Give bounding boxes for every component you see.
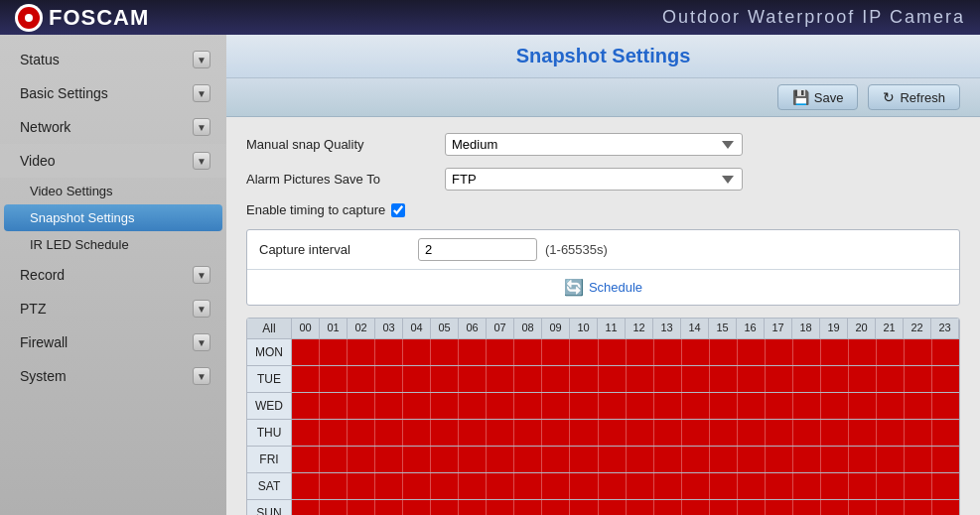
table-row[interactable] [849, 473, 877, 499]
table-row[interactable] [627, 420, 654, 446]
table-row[interactable] [877, 393, 905, 419]
table-row[interactable] [877, 420, 905, 446]
sidebar-item-firewall[interactable]: Firewall ▼ [0, 325, 226, 359]
sidebar-item-ptz[interactable]: PTZ ▼ [0, 292, 226, 325]
table-row[interactable] [403, 500, 431, 515]
table-row[interactable] [905, 393, 932, 419]
table-row[interactable] [348, 366, 375, 392]
table-row[interactable] [514, 420, 542, 446]
table-row[interactable] [932, 473, 959, 499]
table-row[interactable] [682, 420, 710, 446]
table-row[interactable] [821, 500, 849, 515]
table-row[interactable] [403, 393, 431, 419]
table-row[interactable] [627, 473, 654, 499]
table-row[interactable] [654, 339, 682, 365]
table-row[interactable] [793, 447, 821, 472]
timing-checkbox[interactable] [391, 203, 405, 217]
table-row[interactable] [793, 420, 821, 446]
table-row[interactable] [654, 447, 682, 472]
table-row[interactable] [710, 447, 738, 472]
table-row[interactable] [487, 500, 514, 515]
table-row[interactable] [905, 339, 932, 365]
table-row[interactable] [877, 473, 905, 499]
table-row[interactable] [654, 473, 682, 499]
table-row[interactable] [627, 447, 654, 472]
table-row[interactable] [487, 393, 514, 419]
table-row[interactable] [292, 393, 320, 419]
table-row[interactable] [793, 500, 821, 515]
table-row[interactable] [403, 447, 431, 472]
table-row[interactable] [348, 393, 375, 419]
table-row[interactable] [375, 420, 403, 446]
table-row[interactable] [738, 500, 766, 515]
table-row[interactable] [710, 366, 738, 392]
table-row[interactable] [599, 420, 627, 446]
table-row[interactable] [877, 366, 905, 392]
table-row[interactable] [877, 447, 905, 472]
table-row[interactable] [459, 447, 487, 472]
table-row[interactable] [821, 339, 849, 365]
table-row[interactable] [738, 339, 766, 365]
table-row[interactable] [542, 393, 570, 419]
table-row[interactable] [766, 447, 793, 472]
table-row[interactable] [514, 447, 542, 472]
table-row[interactable] [459, 473, 487, 499]
table-row[interactable] [905, 447, 932, 472]
table-row[interactable] [932, 447, 959, 472]
table-row[interactable] [514, 500, 542, 515]
table-row[interactable] [738, 393, 766, 419]
table-row[interactable] [320, 393, 348, 419]
table-row[interactable] [932, 500, 959, 515]
table-row[interactable] [766, 339, 793, 365]
table-row[interactable] [542, 420, 570, 446]
table-row[interactable] [487, 420, 514, 446]
table-row[interactable] [905, 366, 932, 392]
table-row[interactable] [849, 339, 877, 365]
snap-quality-select[interactable]: Medium Low High [445, 133, 743, 156]
table-row[interactable] [766, 393, 793, 419]
table-row[interactable] [320, 366, 348, 392]
sidebar-item-video[interactable]: Video ▼ [0, 144, 226, 178]
table-row[interactable] [793, 393, 821, 419]
sidebar-item-video-settings[interactable]: Video Settings [0, 178, 226, 204]
table-row[interactable] [654, 420, 682, 446]
table-row[interactable] [738, 420, 766, 446]
table-row[interactable] [710, 420, 738, 446]
table-row[interactable] [514, 473, 542, 499]
table-row[interactable] [905, 420, 932, 446]
table-row[interactable] [348, 473, 375, 499]
table-row[interactable] [905, 473, 932, 499]
table-row[interactable] [599, 500, 627, 515]
table-row[interactable] [320, 447, 348, 472]
table-row[interactable] [431, 500, 459, 515]
table-row[interactable] [292, 447, 320, 472]
table-row[interactable] [292, 473, 320, 499]
table-row[interactable] [654, 500, 682, 515]
table-row[interactable] [627, 366, 654, 392]
table-row[interactable] [403, 420, 431, 446]
table-row[interactable] [570, 473, 598, 499]
table-row[interactable] [821, 420, 849, 446]
table-row[interactable] [821, 366, 849, 392]
table-row[interactable] [710, 500, 738, 515]
table-row[interactable] [932, 420, 959, 446]
table-row[interactable] [793, 366, 821, 392]
table-row[interactable] [403, 473, 431, 499]
table-row[interactable] [431, 366, 459, 392]
table-row[interactable] [375, 393, 403, 419]
table-row[interactable] [459, 500, 487, 515]
table-row[interactable] [905, 500, 932, 515]
table-row[interactable] [292, 339, 320, 365]
table-row[interactable] [542, 366, 570, 392]
table-row[interactable] [682, 393, 710, 419]
table-row[interactable] [403, 366, 431, 392]
table-row[interactable] [821, 473, 849, 499]
sidebar-item-status[interactable]: Status ▼ [0, 43, 226, 76]
table-row[interactable] [431, 447, 459, 472]
table-row[interactable] [487, 339, 514, 365]
table-row[interactable] [849, 447, 877, 472]
table-row[interactable] [431, 393, 459, 419]
table-row[interactable] [487, 473, 514, 499]
table-row[interactable] [849, 500, 877, 515]
table-row[interactable] [793, 473, 821, 499]
